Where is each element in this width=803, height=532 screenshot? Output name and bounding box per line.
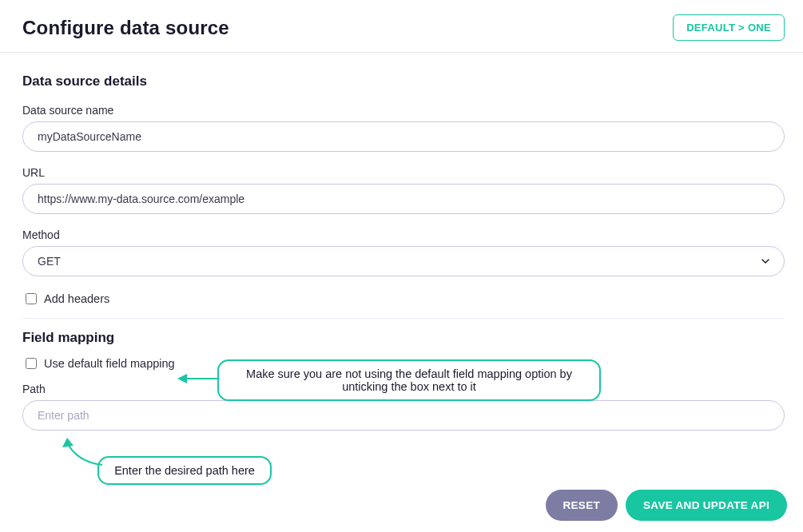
svg-marker-1 [177,374,187,383]
field-group-method: Method [22,228,785,276]
path-input[interactable] [22,400,785,431]
url-input[interactable] [22,184,785,214]
label-data-source-name: Data source name [22,104,785,117]
arrow-curve-icon [62,438,110,470]
save-and-update-api-button[interactable]: SAVE AND UPDATE API [626,490,787,521]
annotation-callout-path: Enter the desired path here [97,456,272,485]
add-headers-label: Add headers [44,292,109,305]
configure-data-source-panel: Configure data source DEFAULT > ONE Data… [0,0,803,532]
footer: RESET SAVE AND UPDATE API [546,490,787,521]
arrow-left-icon [177,372,219,388]
page-title: Configure data source [22,17,229,39]
section-heading-mapping: Field mapping [22,330,785,346]
header: Configure data source DEFAULT > ONE [0,0,803,53]
divider [22,318,785,319]
label-url: URL [22,166,785,179]
breadcrumb[interactable]: DEFAULT > ONE [673,14,785,41]
label-method: Method [22,228,785,241]
method-select[interactable] [22,246,785,276]
add-headers-checkbox[interactable] [26,293,37,304]
section-heading-details: Data source details [22,73,785,89]
use-default-mapping-label: Use default field mapping [44,357,175,370]
svg-marker-2 [62,438,74,447]
reset-button[interactable]: RESET [546,490,618,521]
use-default-mapping-checkbox[interactable] [26,358,37,369]
annotation-callout-mapping: Make sure you are not using the default … [217,359,601,401]
field-group-name: Data source name [22,104,785,152]
add-headers-checkbox-row[interactable]: Add headers [22,291,785,307]
field-group-url: URL [22,166,785,214]
data-source-name-input[interactable] [22,121,785,152]
